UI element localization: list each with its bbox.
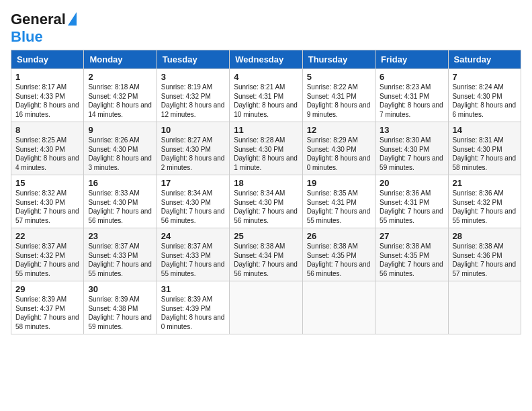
cell-info: Sunrise: 8:28 AMSunset: 4:30 PMDaylight:… <box>234 136 298 171</box>
weekday-header-sunday: Sunday <box>11 50 84 69</box>
cell-info: Sunrise: 8:18 AMSunset: 4:32 PMDaylight:… <box>88 83 152 118</box>
day-number: 5 <box>307 72 371 82</box>
calendar-cell: 27Sunrise: 8:38 AMSunset: 4:35 PMDayligh… <box>375 228 448 281</box>
day-number: 24 <box>161 231 225 241</box>
day-number: 19 <box>307 178 371 188</box>
day-number: 2 <box>88 72 152 82</box>
weekday-header-thursday: Thursday <box>302 50 375 69</box>
calendar-cell: 14Sunrise: 8:31 AMSunset: 4:30 PMDayligh… <box>448 122 521 175</box>
day-number: 21 <box>453 178 517 188</box>
cell-info: Sunrise: 8:38 AMSunset: 4:35 PMDaylight:… <box>380 242 443 277</box>
day-number: 27 <box>380 231 443 241</box>
calendar-cell: 17Sunrise: 8:34 AMSunset: 4:30 PMDayligh… <box>157 175 229 228</box>
cell-info: Sunrise: 8:38 AMSunset: 4:35 PMDaylight:… <box>307 242 371 277</box>
calendar-cell <box>448 281 521 334</box>
calendar-cell: 4Sunrise: 8:21 AMSunset: 4:31 PMDaylight… <box>230 69 302 122</box>
calendar-cell: 23Sunrise: 8:37 AMSunset: 4:33 PMDayligh… <box>84 228 157 281</box>
calendar-cell: 30Sunrise: 8:39 AMSunset: 4:38 PMDayligh… <box>84 281 157 334</box>
calendar-cell: 6Sunrise: 8:23 AMSunset: 4:31 PMDaylight… <box>375 69 448 122</box>
cell-info: Sunrise: 8:36 AMSunset: 4:31 PMDaylight:… <box>380 189 443 224</box>
day-number: 29 <box>15 284 79 294</box>
calendar-cell: 19Sunrise: 8:35 AMSunset: 4:31 PMDayligh… <box>302 175 375 228</box>
day-number: 12 <box>307 125 371 135</box>
cell-info: Sunrise: 8:25 AMSunset: 4:30 PMDaylight:… <box>15 136 79 171</box>
day-number: 1 <box>15 72 79 82</box>
calendar-cell: 31Sunrise: 8:39 AMSunset: 4:39 PMDayligh… <box>157 281 229 334</box>
logo: General Blue <box>11 11 77 46</box>
calendar-cell: 16Sunrise: 8:33 AMSunset: 4:30 PMDayligh… <box>84 175 157 228</box>
day-number: 22 <box>15 231 79 241</box>
weekday-header-friday: Friday <box>375 50 448 69</box>
cell-info: Sunrise: 8:31 AMSunset: 4:30 PMDaylight:… <box>453 136 517 171</box>
cell-info: Sunrise: 8:35 AMSunset: 4:31 PMDaylight:… <box>307 189 371 224</box>
day-number: 7 <box>453 72 517 82</box>
cell-info: Sunrise: 8:23 AMSunset: 4:31 PMDaylight:… <box>380 83 443 118</box>
day-number: 17 <box>161 178 225 188</box>
calendar-cell: 21Sunrise: 8:36 AMSunset: 4:32 PMDayligh… <box>448 175 521 228</box>
weekday-header-wednesday: Wednesday <box>230 50 302 69</box>
day-number: 20 <box>380 178 443 188</box>
cell-info: Sunrise: 8:37 AMSunset: 4:33 PMDaylight:… <box>88 242 152 277</box>
day-number: 3 <box>161 72 225 82</box>
weekday-header-saturday: Saturday <box>448 50 521 69</box>
cell-info: Sunrise: 8:27 AMSunset: 4:30 PMDaylight:… <box>161 136 225 171</box>
day-number: 14 <box>453 125 517 135</box>
day-number: 13 <box>380 125 443 135</box>
cell-info: Sunrise: 8:30 AMSunset: 4:30 PMDaylight:… <box>380 136 443 171</box>
cell-info: Sunrise: 8:38 AMSunset: 4:36 PMDaylight:… <box>453 242 517 277</box>
cell-info: Sunrise: 8:17 AMSunset: 4:33 PMDaylight:… <box>15 83 79 118</box>
calendar-cell <box>302 281 375 334</box>
weekday-header-monday: Monday <box>84 50 157 69</box>
calendar-table: SundayMondayTuesdayWednesdayThursdayFrid… <box>11 50 521 334</box>
day-number: 8 <box>15 125 79 135</box>
cell-info: Sunrise: 8:26 AMSunset: 4:30 PMDaylight:… <box>88 136 152 171</box>
calendar-cell: 26Sunrise: 8:38 AMSunset: 4:35 PMDayligh… <box>302 228 375 281</box>
day-number: 10 <box>161 125 225 135</box>
calendar-cell: 3Sunrise: 8:19 AMSunset: 4:32 PMDaylight… <box>157 69 229 122</box>
cell-info: Sunrise: 8:32 AMSunset: 4:30 PMDaylight:… <box>15 189 79 224</box>
cell-info: Sunrise: 8:37 AMSunset: 4:33 PMDaylight:… <box>161 242 225 277</box>
day-number: 11 <box>234 125 298 135</box>
cell-info: Sunrise: 8:34 AMSunset: 4:30 PMDaylight:… <box>161 189 225 224</box>
day-number: 31 <box>161 284 225 294</box>
calendar-cell: 7Sunrise: 8:24 AMSunset: 4:30 PMDaylight… <box>448 69 521 122</box>
cell-info: Sunrise: 8:39 AMSunset: 4:38 PMDaylight:… <box>88 295 152 330</box>
day-number: 18 <box>234 178 298 188</box>
logo-general-text: General <box>11 11 66 28</box>
day-number: 15 <box>15 178 79 188</box>
day-number: 16 <box>88 178 152 188</box>
calendar-cell: 25Sunrise: 8:38 AMSunset: 4:34 PMDayligh… <box>230 228 302 281</box>
calendar-cell <box>375 281 448 334</box>
calendar-cell: 29Sunrise: 8:39 AMSunset: 4:37 PMDayligh… <box>11 281 84 334</box>
calendar-cell: 13Sunrise: 8:30 AMSunset: 4:30 PMDayligh… <box>375 122 448 175</box>
calendar-cell: 15Sunrise: 8:32 AMSunset: 4:30 PMDayligh… <box>11 175 84 228</box>
calendar-cell: 9Sunrise: 8:26 AMSunset: 4:30 PMDaylight… <box>84 122 157 175</box>
cell-info: Sunrise: 8:22 AMSunset: 4:31 PMDaylight:… <box>307 83 371 118</box>
calendar-cell: 12Sunrise: 8:29 AMSunset: 4:30 PMDayligh… <box>302 122 375 175</box>
calendar-cell: 8Sunrise: 8:25 AMSunset: 4:30 PMDaylight… <box>11 122 84 175</box>
day-number: 4 <box>234 72 298 82</box>
cell-info: Sunrise: 8:39 AMSunset: 4:39 PMDaylight:… <box>161 295 225 330</box>
cell-info: Sunrise: 8:38 AMSunset: 4:34 PMDaylight:… <box>234 242 298 277</box>
day-number: 26 <box>307 231 371 241</box>
day-number: 23 <box>88 231 152 241</box>
day-number: 25 <box>234 231 298 241</box>
calendar-cell: 20Sunrise: 8:36 AMSunset: 4:31 PMDayligh… <box>375 175 448 228</box>
calendar-cell: 5Sunrise: 8:22 AMSunset: 4:31 PMDaylight… <box>302 69 375 122</box>
cell-info: Sunrise: 8:29 AMSunset: 4:30 PMDaylight:… <box>307 136 371 171</box>
weekday-header-tuesday: Tuesday <box>157 50 229 69</box>
calendar-cell: 22Sunrise: 8:37 AMSunset: 4:32 PMDayligh… <box>11 228 84 281</box>
cell-info: Sunrise: 8:34 AMSunset: 4:30 PMDaylight:… <box>234 189 298 224</box>
calendar-cell: 10Sunrise: 8:27 AMSunset: 4:30 PMDayligh… <box>157 122 229 175</box>
cell-info: Sunrise: 8:33 AMSunset: 4:30 PMDaylight:… <box>88 189 152 224</box>
calendar-cell: 18Sunrise: 8:34 AMSunset: 4:30 PMDayligh… <box>230 175 302 228</box>
cell-info: Sunrise: 8:21 AMSunset: 4:31 PMDaylight:… <box>234 83 298 118</box>
logo-triangle-icon <box>68 12 77 26</box>
day-number: 6 <box>380 72 443 82</box>
day-number: 28 <box>453 231 517 241</box>
calendar-cell: 24Sunrise: 8:37 AMSunset: 4:33 PMDayligh… <box>157 228 229 281</box>
calendar-cell: 11Sunrise: 8:28 AMSunset: 4:30 PMDayligh… <box>230 122 302 175</box>
page-header: General Blue <box>11 11 521 46</box>
logo-blue-text: Blue <box>11 28 43 45</box>
day-number: 9 <box>88 125 152 135</box>
